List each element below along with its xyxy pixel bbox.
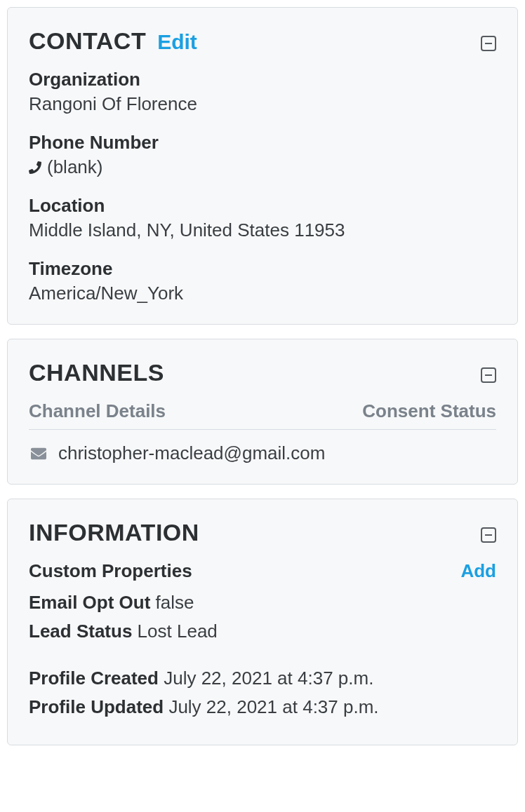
collapse-toggle-icon[interactable]	[481, 367, 496, 383]
timezone-value: America/New_York	[29, 283, 496, 304]
channel-details-column: Channel Details	[29, 400, 166, 422]
profile-created-value: July 22, 2021 at 4:37 p.m.	[164, 668, 373, 689]
lead-status-label: Lead Status	[29, 621, 132, 642]
profile-created-field: Profile Created July 22, 2021 at 4:37 p.…	[29, 668, 496, 689]
email-opt-out-label: Email Opt Out	[29, 592, 150, 613]
timezone-field: Timezone America/New_York	[29, 258, 496, 304]
information-card: INFORMATION Custom Properties Add Email …	[7, 499, 518, 745]
information-header-left: INFORMATION	[29, 519, 199, 546]
contact-edit-link[interactable]: Edit	[157, 30, 197, 54]
information-card-header: INFORMATION	[29, 519, 496, 546]
phone-label: Phone Number	[29, 132, 496, 154]
contact-title: CONTACT	[29, 27, 146, 55]
channels-card-header: CHANNELS	[29, 359, 496, 386]
profile-updated-field: Profile Updated July 22, 2021 at 4:37 p.…	[29, 696, 496, 718]
lead-status-value: Lost Lead	[138, 621, 218, 642]
phone-icon	[29, 161, 41, 174]
channels-header-left: CHANNELS	[29, 359, 164, 386]
channels-columns-row: Channel Details Consent Status	[29, 400, 496, 430]
organization-label: Organization	[29, 69, 496, 90]
location-label: Location	[29, 195, 496, 217]
email-opt-out-value: false	[156, 592, 194, 613]
envelope-icon	[29, 446, 48, 461]
lead-status-field: Lead Status Lost Lead	[29, 621, 496, 642]
profile-updated-label: Profile Updated	[29, 696, 164, 717]
phone-value: (blank)	[47, 156, 102, 178]
phone-value-row: (blank)	[29, 156, 496, 178]
channels-card: CHANNELS Channel Details Consent Status …	[7, 339, 518, 485]
add-custom-property-link[interactable]: Add	[460, 560, 496, 582]
timezone-label: Timezone	[29, 258, 496, 280]
collapse-toggle-icon[interactable]	[481, 36, 496, 51]
profile-updated-value: July 22, 2021 at 4:37 p.m.	[168, 696, 378, 717]
channel-row: christopher-maclead@gmail.com	[29, 442, 496, 464]
custom-properties-header: Custom Properties Add	[29, 560, 496, 582]
channel-email-value: christopher-maclead@gmail.com	[58, 442, 325, 464]
collapse-toggle-icon[interactable]	[481, 527, 496, 543]
contact-card-header: CONTACT Edit	[29, 27, 496, 55]
channels-title: CHANNELS	[29, 359, 164, 386]
spacer	[29, 649, 496, 668]
information-title: INFORMATION	[29, 519, 199, 546]
location-value: Middle Island, NY, United States 11953	[29, 219, 496, 241]
organization-field: Organization Rangoni Of Florence	[29, 69, 496, 115]
profile-created-label: Profile Created	[29, 668, 159, 689]
phone-field: Phone Number (blank)	[29, 132, 496, 178]
consent-status-column: Consent Status	[362, 400, 496, 422]
custom-properties-title: Custom Properties	[29, 560, 192, 582]
contact-card: CONTACT Edit Organization Rangoni Of Flo…	[7, 7, 518, 325]
organization-value: Rangoni Of Florence	[29, 93, 496, 115]
email-opt-out-field: Email Opt Out false	[29, 592, 496, 614]
location-field: Location Middle Island, NY, United State…	[29, 195, 496, 241]
contact-header-left: CONTACT Edit	[29, 27, 197, 55]
